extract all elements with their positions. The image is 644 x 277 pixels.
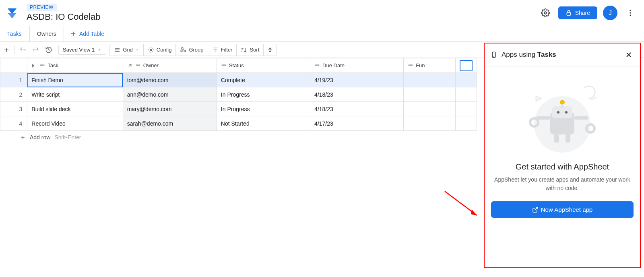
text-icon: [314, 63, 320, 68]
cell-fun[interactable]: [404, 87, 456, 102]
key-icon: [31, 63, 37, 68]
filter-icon: [212, 47, 219, 53]
history-icon: [45, 46, 52, 54]
cell-extra[interactable]: [455, 102, 477, 116]
svg-point-7: [181, 50, 182, 52]
add-table-label: Add Table: [79, 31, 104, 37]
cell-owner[interactable]: sarah@demo.com: [123, 116, 217, 131]
add-button[interactable]: [0, 43, 13, 56]
undo-button[interactable]: [17, 43, 29, 56]
cell-extra[interactable]: [455, 73, 477, 87]
cell-task[interactable]: Build slide deck: [27, 102, 123, 116]
more-button[interactable]: [623, 6, 638, 20]
history-button[interactable]: [42, 43, 55, 56]
cell-extra[interactable]: [455, 87, 477, 102]
svg-rect-1: [567, 12, 570, 15]
cell-due-date[interactable]: 4/17/23: [310, 116, 404, 131]
share-button[interactable]: Share: [558, 6, 597, 19]
cell-task[interactable]: Finish Demo: [27, 73, 123, 87]
sort-label: Sort: [250, 47, 259, 53]
cell-owner[interactable]: ann@demo.com: [123, 87, 217, 102]
cell-owner[interactable]: mary@demo.com: [123, 102, 217, 116]
text-icon: [39, 63, 45, 68]
row-number: 1: [0, 73, 27, 87]
cell-task[interactable]: Record Video: [27, 116, 123, 131]
cell-due-date[interactable]: 4/19/23: [310, 73, 404, 87]
redo-icon: [32, 46, 39, 54]
cell-due-date[interactable]: 4/18/23: [310, 87, 404, 102]
add-table-button[interactable]: Add Table: [64, 30, 110, 37]
arrow-annotation-icon: [443, 189, 483, 221]
cell-extra[interactable]: [455, 116, 477, 131]
extra-column-header: [455, 58, 477, 73]
chevron-down-icon: [97, 48, 102, 52]
cell-status[interactable]: Not Started: [217, 116, 310, 131]
sort-icon: [241, 47, 247, 53]
toolbar-group: Grid Config Group Filter Sort: [109, 44, 277, 56]
filter-button[interactable]: Filter: [208, 44, 237, 56]
column-header-task[interactable]: Task: [27, 58, 123, 73]
cell-status[interactable]: Complete: [217, 73, 310, 87]
grid-view-button[interactable]: Grid: [110, 44, 144, 56]
cell-fun[interactable]: [404, 73, 456, 87]
appsheet-logo-icon: [5, 6, 19, 20]
row-number-header: [0, 58, 27, 73]
cell-owner[interactable]: tom@demo.com: [123, 73, 217, 87]
tab-owners[interactable]: Owners: [29, 26, 64, 41]
saved-view-dropdown[interactable]: Saved View 1: [58, 45, 106, 55]
column-header-owner[interactable]: Owner: [123, 58, 217, 73]
panel-title: Apps using Tasks: [502, 51, 619, 59]
cell-status[interactable]: In Progress: [217, 87, 310, 102]
saved-view-label: Saved View 1: [63, 47, 95, 53]
svg-point-14: [565, 111, 568, 114]
svg-rect-22: [566, 134, 570, 143]
gear-icon: [541, 8, 550, 17]
svg-point-0: [544, 12, 547, 14]
avatar[interactable]: J: [603, 6, 617, 20]
column-header-due-date[interactable]: Due Date: [310, 58, 404, 73]
cell-task[interactable]: Write script: [27, 87, 123, 102]
cell-fun[interactable]: [404, 116, 456, 131]
table-row[interactable]: 2 Write script ann@demo.com In Progress …: [0, 87, 477, 102]
sort-button[interactable]: Sort: [237, 44, 264, 56]
config-button[interactable]: Config: [144, 44, 176, 56]
gear-icon: [148, 47, 154, 53]
close-icon: [625, 51, 633, 59]
svg-point-15: [560, 100, 565, 105]
panel-header: Apps using Tasks: [485, 43, 640, 66]
column-label: Status: [229, 62, 244, 68]
column-header-status[interactable]: Status: [217, 58, 310, 73]
row-height-icon: [267, 47, 273, 53]
row-number: 4: [0, 116, 27, 131]
grid-icon: [114, 47, 120, 53]
svg-point-13: [557, 111, 559, 114]
close-panel-button[interactable]: [623, 49, 634, 60]
group-label: Group: [189, 47, 203, 53]
group-button[interactable]: Group: [176, 44, 208, 56]
new-appsheet-app-button[interactable]: New AppSheet app: [491, 201, 634, 218]
column-header-fun[interactable]: Fun: [404, 58, 456, 73]
cell-fun[interactable]: [404, 102, 456, 116]
row-number: 2: [0, 87, 27, 102]
plus-icon: [20, 134, 26, 140]
plus-icon: [3, 46, 10, 54]
svg-point-18: [586, 124, 594, 132]
more-vert-icon: [626, 9, 634, 17]
tab-tasks[interactable]: Tasks: [0, 26, 29, 41]
column-label: Due Date: [322, 62, 345, 68]
svg-point-5: [150, 49, 152, 51]
svg-point-8: [184, 50, 186, 52]
preview-badge: PREVIEW: [27, 4, 57, 11]
row-height-button[interactable]: [264, 44, 277, 56]
settings-button[interactable]: [538, 6, 553, 20]
app-title[interactable]: ASDB: IO Codelab: [27, 12, 538, 22]
table-row[interactable]: 3 Build slide deck mary@demo.com In Prog…: [0, 102, 477, 116]
table-row[interactable]: 1 Finish Demo tom@demo.com Complete 4/19…: [0, 73, 477, 87]
svg-rect-12: [552, 106, 572, 118]
add-row-hint: Shift-Enter: [54, 134, 81, 141]
cell-due-date[interactable]: 4/18/23: [310, 102, 404, 116]
table-row[interactable]: 4 Record Video sarah@demo.com Not Starte…: [0, 116, 477, 131]
config-label: Config: [157, 47, 172, 53]
redo-button[interactable]: [29, 43, 42, 56]
cell-status[interactable]: In Progress: [217, 102, 310, 116]
